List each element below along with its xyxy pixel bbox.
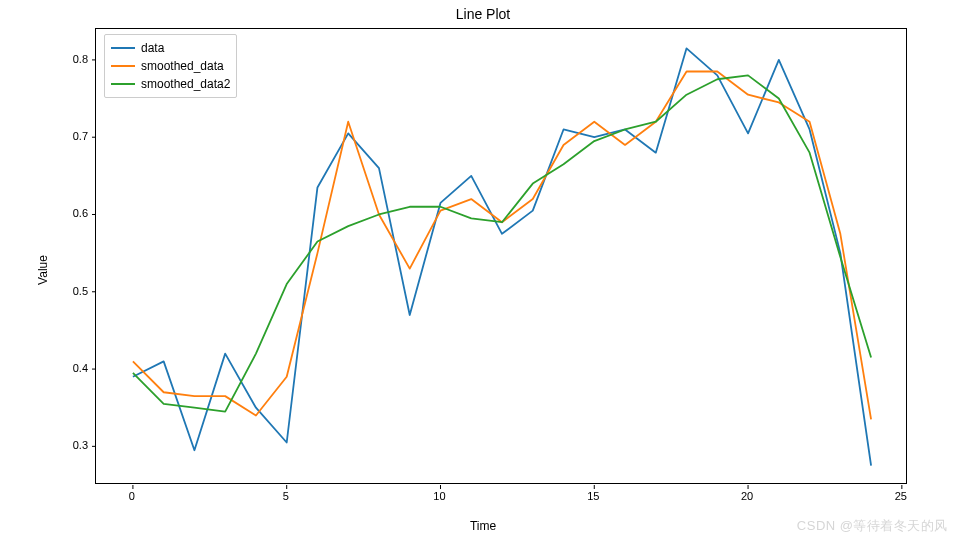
legend-item: data bbox=[111, 39, 230, 57]
y-tick-label: 0.4 bbox=[60, 362, 88, 374]
series-line bbox=[133, 48, 871, 465]
series-line bbox=[133, 75, 871, 411]
x-tick-label: 0 bbox=[129, 490, 135, 502]
legend-label: smoothed_data bbox=[141, 59, 224, 73]
x-axis-label: Time bbox=[0, 519, 966, 533]
legend: datasmoothed_datasmoothed_data2 bbox=[104, 34, 237, 98]
x-tick-label: 5 bbox=[283, 490, 289, 502]
legend-swatch bbox=[111, 47, 135, 49]
legend-swatch bbox=[111, 83, 135, 85]
x-tick-label: 10 bbox=[433, 490, 445, 502]
y-tick-label: 0.8 bbox=[60, 53, 88, 65]
legend-item: smoothed_data bbox=[111, 57, 230, 75]
y-tick-label: 0.5 bbox=[60, 285, 88, 297]
y-tick-label: 0.7 bbox=[60, 130, 88, 142]
legend-label: data bbox=[141, 41, 164, 55]
legend-swatch bbox=[111, 65, 135, 67]
y-axis-label: Value bbox=[36, 255, 50, 285]
x-tick-label: 20 bbox=[741, 490, 753, 502]
x-tick-label: 25 bbox=[895, 490, 907, 502]
chart-title: Line Plot bbox=[0, 6, 966, 22]
legend-item: smoothed_data2 bbox=[111, 75, 230, 93]
series-line bbox=[133, 72, 871, 420]
y-tick-label: 0.6 bbox=[60, 207, 88, 219]
x-tick-label: 15 bbox=[587, 490, 599, 502]
legend-label: smoothed_data2 bbox=[141, 77, 230, 91]
y-tick-label: 0.3 bbox=[60, 439, 88, 451]
chart-container: Line Plot Value Time datasmoothed_datasm… bbox=[0, 0, 966, 539]
